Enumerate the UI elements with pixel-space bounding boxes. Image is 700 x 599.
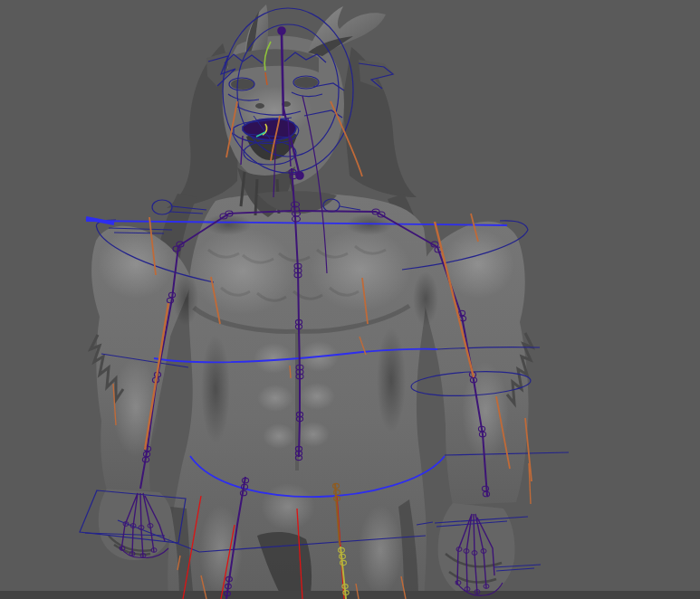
head-top-joint[interactable] [278, 27, 285, 34]
bottom-shadow [0, 591, 700, 599]
maya-3d-viewport[interactable] [0, 0, 700, 599]
